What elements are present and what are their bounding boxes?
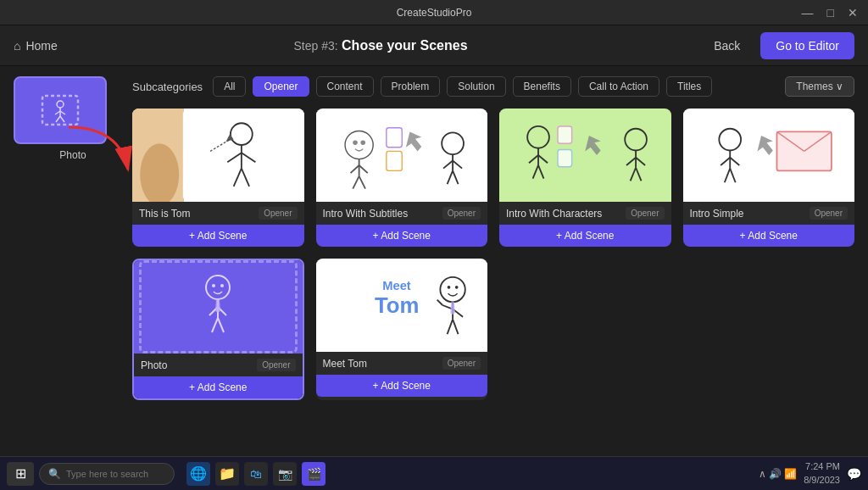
scenes-grid: This is Tom Opener + Add Scene <box>132 109 854 400</box>
search-input[interactable] <box>66 469 159 479</box>
svg-line-4 <box>60 111 65 114</box>
taskbar-app-createstudio[interactable]: 🎬 <box>302 462 326 486</box>
scene-card-photo: Photo Opener + Add Scene <box>132 259 304 400</box>
svg-point-1 <box>57 101 64 108</box>
scene-name-intro-subtitles: Intro With Subtitles <box>323 208 409 220</box>
start-button[interactable]: ⊞ <box>7 462 34 486</box>
close-button[interactable]: ✕ <box>844 6 861 19</box>
taskbar-apps: 🌐 📁 🛍 📷 🎬 <box>186 462 326 486</box>
scene-footer-meet-tom: Meet Tom Opener <box>316 352 488 373</box>
arrow-to-photo <box>151 398 202 400</box>
taskbar-clock: 7:24 PM 8/9/2023 <box>804 460 840 487</box>
intro-subtitles-illustration <box>316 109 488 202</box>
subcategories-bar: Subcategories All Opener Content Problem… <box>132 76 854 97</box>
titlebar: CreateStudioPro — □ ✕ <box>0 0 868 25</box>
svg-rect-37 <box>499 112 671 198</box>
scene-name-intro-simple: Intro Simple <box>690 208 744 220</box>
taskbar-search-box[interactable]: 🔍 <box>39 463 175 485</box>
notifications-icon[interactable]: 💬 <box>847 467 861 481</box>
maximize-button[interactable]: □ <box>824 6 837 19</box>
add-scene-intro-simple[interactable]: + Add Scene <box>683 225 855 247</box>
intro-simple-illustration <box>683 109 855 202</box>
taskbar-app-photos[interactable]: 📷 <box>273 462 297 486</box>
add-scene-intro-subtitles[interactable]: + Add Scene <box>316 225 488 247</box>
scene-badge-intro-characters: Opener <box>626 207 664 220</box>
go-to-editor-button[interactable]: Go to Editor <box>760 32 854 59</box>
subcategory-benefits[interactable]: Benefits <box>513 76 571 97</box>
svg-rect-44 <box>558 126 572 143</box>
search-icon: 🔍 <box>48 468 61 480</box>
subcategory-all[interactable]: All <box>213 76 246 97</box>
taskbar-app-explorer[interactable]: 📁 <box>215 462 239 486</box>
scene-preview-this-is-tom <box>132 109 304 202</box>
add-scene-this-is-tom[interactable]: + Add Scene <box>132 225 304 247</box>
scene-card-intro-characters: Intro With Characters Opener + Add Scene <box>499 109 671 247</box>
add-scene-intro-characters[interactable]: + Add Scene <box>499 225 671 247</box>
svg-point-65 <box>212 284 215 287</box>
add-scene-photo[interactable]: + Add Scene <box>134 376 303 398</box>
home-nav[interactable]: ⌂ Home <box>14 39 58 53</box>
scene-card-intro-simple: Intro Simple Opener + Add Scene <box>683 109 855 247</box>
scene-footer-intro-subtitles: Intro With Subtitles Opener <box>316 202 488 223</box>
scene-footer-photo: Photo Opener <box>134 354 303 375</box>
scene-preview-intro-characters <box>499 109 671 202</box>
svg-point-64 <box>206 276 230 299</box>
add-scene-meet-tom[interactable]: + Add Scene <box>316 375 488 397</box>
scene-card-this-is-tom: This is Tom Opener + Add Scene <box>132 109 304 247</box>
step-label: Step #3: <box>293 39 337 53</box>
this-is-tom-illustration <box>132 109 304 202</box>
scene-preview-intro-simple <box>683 109 855 202</box>
svg-rect-45 <box>558 150 572 167</box>
app-title: CreateStudioPro <box>397 7 472 19</box>
minimize-button[interactable]: — <box>798 6 817 19</box>
scene-badge-photo: Opener <box>257 359 295 371</box>
clock-date: 8/9/2023 <box>804 474 840 487</box>
scene-preview-photo <box>134 260 303 354</box>
meet-tom-illustration: Meet Tom <box>316 259 488 352</box>
window-controls[interactable]: — □ ✕ <box>798 6 861 19</box>
page-title: Chose your Scenes <box>342 38 468 53</box>
scene-footer-intro-simple: Intro Simple Opener <box>683 202 855 223</box>
scene-preview-intro-subtitles <box>316 109 488 202</box>
page-heading: Step #3: Chose your Scenes <box>293 38 467 53</box>
svg-line-71 <box>218 318 224 332</box>
home-label: Home <box>25 39 57 53</box>
scene-name-intro-characters: Intro With Characters <box>506 208 602 220</box>
scene-name-photo: Photo <box>141 359 167 371</box>
svg-point-78 <box>447 286 450 289</box>
svg-text:Meet: Meet <box>382 279 411 292</box>
taskbar-app-edge[interactable]: 🌐 <box>186 462 210 486</box>
taskbar-system-tray: ∧ 🔊 📶 7:24 PM 8/9/2023 💬 <box>759 460 862 487</box>
photo-scene-illustration <box>180 269 256 345</box>
scene-card-meet-tom: Meet Tom <box>316 259 488 400</box>
subcategory-problem[interactable]: Problem <box>381 76 441 97</box>
svg-point-79 <box>454 286 458 289</box>
subcategory-solution[interactable]: Solution <box>447 76 505 97</box>
tray-icons: ∧ 🔊 📶 <box>759 468 798 480</box>
svg-point-22 <box>360 141 365 146</box>
subcategory-content[interactable]: Content <box>316 76 374 97</box>
svg-line-3 <box>55 111 60 114</box>
subcategory-titles[interactable]: Titles <box>666 76 712 97</box>
scene-badge-intro-subtitles: Opener <box>442 207 481 220</box>
scene-badge-this-is-tom: Opener <box>259 207 297 220</box>
scene-name-meet-tom: Meet Tom <box>323 358 367 370</box>
taskbar-app-store[interactable]: 🛍 <box>244 462 268 486</box>
nav-actions: Back Go to Editor <box>704 32 854 59</box>
subcategory-opener[interactable]: Opener <box>253 76 309 97</box>
taskbar: ⊞ 🔍 🌐 📁 🛍 📷 🎬 ∧ 🔊 📶 7:24 PM 8/9/2023 💬 <box>0 456 868 490</box>
scene-name-this-is-tom: This is Tom <box>139 208 190 220</box>
clock-time: 7:24 PM <box>804 460 840 473</box>
svg-marker-72 <box>215 299 220 313</box>
svg-point-66 <box>220 284 224 287</box>
subcategory-cta[interactable]: Call to Action <box>578 76 659 97</box>
selected-scenes-panel: Photo <box>14 76 132 456</box>
home-icon: ⌂ <box>14 39 20 53</box>
scene-card-intro-subtitles: Intro With Subtitles Opener + Add Scene <box>316 109 488 247</box>
svg-point-21 <box>353 141 358 146</box>
scene-badge-intro-simple: Opener <box>810 207 848 220</box>
back-button[interactable]: Back <box>704 34 750 58</box>
themes-dropdown-button[interactable]: Themes ∨ <box>785 76 854 97</box>
svg-line-70 <box>212 318 218 332</box>
scenes-panel: Subcategories All Opener Content Problem… <box>132 76 854 456</box>
